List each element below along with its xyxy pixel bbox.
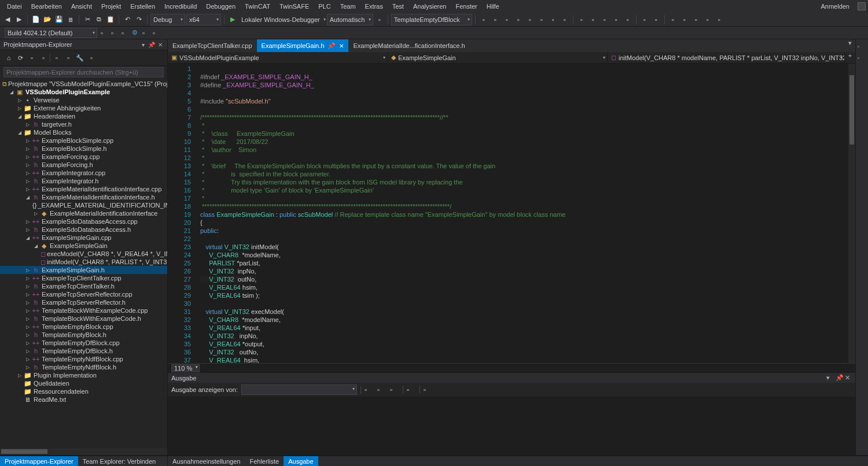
menu-twinsafe[interactable]: TwinSAFE	[275, 1, 314, 12]
menu-test[interactable]: Test	[388, 1, 409, 12]
tb-icon-a[interactable]: ▫	[479, 14, 489, 25]
tb-icon-h[interactable]: ▫	[560, 14, 570, 25]
file-node[interactable]: ▷++ExampleMaterialIdentificationInterfac…	[0, 185, 167, 193]
new-file-icon[interactable]: 📄	[31, 14, 41, 25]
file-node[interactable]: ▷hExampleTcpServerReflector.h	[0, 298, 167, 306]
file-node[interactable]: ▷hExampleSdoDatabaseAccess.h	[0, 225, 167, 234]
open-file-icon[interactable]: 📂	[42, 14, 53, 25]
code-content[interactable]: #ifndef _EXAMPLE_SIMPLE_GAIN_H_ #define …	[198, 64, 855, 363]
zoom-combo[interactable]: 110 %	[171, 364, 200, 372]
user-icon[interactable]	[858, 2, 866, 10]
paste-icon[interactable]: 📋	[105, 14, 116, 25]
platform-combo[interactable]: x64	[186, 14, 221, 25]
file-node[interactable]: ▷hExampleForcing.h	[0, 161, 167, 169]
nav-scope-combo[interactable]: ▣VSSubModelPluginExample	[168, 52, 388, 63]
editor-vscroll[interactable]	[848, 64, 855, 363]
pin-icon[interactable]: 📌	[148, 41, 155, 48]
output-source-combo[interactable]	[241, 384, 357, 395]
close-icon[interactable]: ✕	[157, 41, 164, 48]
sidebar-icon-1[interactable]: ▫	[858, 43, 867, 52]
header-folder-node[interactable]: ◢📁Headerdateien	[0, 112, 167, 120]
class-node[interactable]: ▷◆ExampleMaterialIdentificationInterface	[0, 209, 167, 217]
build-icon-3[interactable]: ▫	[122, 29, 132, 36]
tb-icon-f[interactable]: ▫	[536, 14, 547, 25]
build-icon-5[interactable]: ▫	[142, 29, 153, 36]
close-icon[interactable]: ✕	[845, 374, 852, 382]
tb-icon-q[interactable]: ▫	[679, 14, 690, 25]
output-btn-4-icon[interactable]: ▫	[407, 386, 416, 393]
config-combo[interactable]: Debug	[150, 14, 185, 25]
solution-search-input[interactable]	[3, 67, 164, 77]
copy-icon[interactable]: ⧉	[94, 14, 104, 25]
nav-plus-icon[interactable]: +	[845, 52, 855, 63]
nav-class-combo[interactable]: ◆ExampleSimpleGain	[388, 52, 608, 63]
dropdown-icon[interactable]: ▾	[826, 374, 833, 382]
menu-hilfe[interactable]: Hilfe	[482, 1, 504, 12]
tb-icon-r[interactable]: ▫	[691, 14, 701, 25]
sol-tb-3-icon[interactable]: ▫	[27, 53, 37, 63]
menu-twincat[interactable]: TwinCAT	[240, 1, 275, 12]
nav-fwd-icon[interactable]: ▶	[14, 14, 24, 25]
close-icon[interactable]: ✕	[339, 43, 344, 49]
auto-combo[interactable]: Automatisch	[327, 14, 373, 25]
build-icon-2[interactable]: ▫	[111, 29, 122, 36]
save-icon[interactable]: 💾	[54, 14, 64, 25]
menu-ansicht[interactable]: Ansicht	[67, 1, 97, 12]
file-node[interactable]: ▷++ExampleTcpClientTalker.cpp	[0, 274, 167, 282]
plugin-folder[interactable]: ▷📁Plugin Implementation	[0, 371, 167, 379]
sol-tb-4-icon[interactable]: ▫	[38, 53, 49, 63]
pin-icon[interactable]: 📌	[328, 42, 336, 50]
model-blocks-folder[interactable]: ◢📁Model Blocks	[0, 128, 167, 136]
readme-node[interactable]: 🗎ReadMe.txt	[0, 395, 167, 404]
bottom-tab-exceptions[interactable]: Ausnahmeeinstellungen	[168, 456, 245, 466]
file-node[interactable]: ▷hTemplateEmptyBlock.h	[0, 331, 167, 339]
menu-bearbeiten[interactable]: Bearbeiten	[27, 1, 67, 12]
cut-icon[interactable]: ✂	[82, 14, 93, 25]
solution-hscroll[interactable]	[0, 448, 167, 455]
unknown-tb-1-icon[interactable]: ▫	[374, 14, 385, 25]
output-content[interactable]	[168, 397, 855, 455]
sol-refresh-icon[interactable]: ⟳	[15, 53, 25, 63]
menu-extras[interactable]: Extras	[361, 1, 388, 12]
menu-datei[interactable]: Datei	[2, 1, 27, 12]
tb-icon-s[interactable]: ▫	[703, 14, 713, 25]
targetver-node[interactable]: ▷htargetver.h	[0, 120, 167, 128]
file-node[interactable]: ◢hExampleMaterialIdentificationInterface…	[0, 193, 167, 201]
menu-erstellen[interactable]: Erstellen	[126, 1, 160, 12]
menu-incredibuild[interactable]: Incredibuild	[160, 1, 201, 12]
file-node[interactable]: ▷hExampleTcpClientTalker.h	[0, 282, 167, 290]
file-node[interactable]: ▷++ExampleTcpServerReflector.cpp	[0, 290, 167, 298]
sol-properties-icon[interactable]: 🔧	[75, 53, 85, 63]
file-node[interactable]: ▷++TemplateEmptyDfBlock.cpp	[0, 339, 167, 347]
bottom-tab-output[interactable]: Ausgabe	[284, 456, 318, 466]
output-btn-2-icon[interactable]: ▫	[377, 386, 387, 393]
res-folder[interactable]: 📁Ressourcendateien	[0, 387, 167, 395]
menu-debuggen[interactable]: Debuggen	[201, 1, 240, 12]
tab-material[interactable]: ExampleMaterialIde...ficationInterface.h	[348, 39, 469, 52]
file-node[interactable]: ▷++TemplateEmptyNdfBlock.cpp	[0, 355, 167, 363]
build-icon-6[interactable]: ▫	[153, 29, 163, 36]
tb-icon-b[interactable]: ▫	[490, 14, 501, 25]
sidebar-icon-2[interactable]: ▫	[858, 54, 867, 64]
play-icon[interactable]: ▶	[227, 14, 238, 25]
build-icon-1[interactable]: ▫	[101, 29, 111, 36]
file-node[interactable]: ▷++TemplateEmptyBlock.cpp	[0, 323, 167, 331]
tb-icon-j[interactable]: ▫	[588, 14, 598, 25]
tab-talker[interactable]: ExampleTcpClientTalker.cpp	[168, 39, 257, 52]
output-btn-1-icon[interactable]: ▫	[365, 386, 374, 393]
tb-icon-e[interactable]: ▫	[525, 14, 535, 25]
src-folder[interactable]: 📁Quelldateien	[0, 379, 167, 387]
nav-function-combo[interactable]: ◻initModel(V_CHAR8 * modelName, PARLIST …	[608, 52, 845, 63]
run-label[interactable]: Lokaler Windows-Debugger	[239, 16, 322, 23]
external-deps-node[interactable]: ▷📁Externe Abhängigkeiten	[0, 104, 167, 112]
sol-tb-6-icon[interactable]: ▫	[63, 53, 73, 63]
menu-team[interactable]: Team	[336, 1, 361, 12]
tb-icon-d[interactable]: ▫	[513, 14, 524, 25]
tb-icon-o[interactable]: ▫	[651, 14, 661, 25]
sol-tb-5-icon[interactable]: ▫	[52, 53, 62, 63]
macro-node[interactable]: {}_EXAMPLE_MATERIAL_IDENTIFICATION_INTER…	[0, 201, 167, 209]
file-node[interactable]: ▷hExampleBlockSimple.h	[0, 145, 167, 153]
tab-simplegain[interactable]: ExampleSimpleGain.h📌✕	[257, 39, 349, 52]
undo-icon[interactable]: ↶	[122, 14, 133, 25]
class-node[interactable]: ◢◆ExampleSimpleGain	[0, 242, 167, 250]
